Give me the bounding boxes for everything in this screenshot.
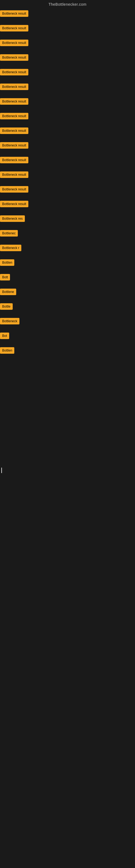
bottleneck-badge: Bottleneck result [0, 25, 28, 31]
bottleneck-badge: Bottleneck result [0, 98, 28, 105]
list-item: Bottleneck result [0, 199, 135, 209]
list-item: Bottleneck result [0, 9, 135, 19]
bottleneck-badge: Bottleneck result [0, 84, 28, 90]
list-item: Bottlen [0, 258, 135, 268]
bottleneck-badge: Bottleneck result [0, 10, 28, 17]
bottleneck-badge: Bottleneck [0, 318, 19, 324]
bottleneck-badge: Bottleneck result [0, 127, 28, 134]
bottleneck-badge: Bottleneck result [0, 201, 28, 207]
bottleneck-badge: Bottlene [0, 289, 16, 295]
bottleneck-badge: Bottleneck result [0, 69, 28, 75]
list-item: Bottleneck result [0, 82, 135, 92]
list-item: Bottle [0, 302, 135, 311]
list-item: Bot [0, 331, 135, 341]
list-item: Bottleneck res [0, 214, 135, 223]
list-item: Bottlenec [0, 228, 135, 238]
bottleneck-badge: Bottlen [0, 259, 14, 266]
bottleneck-badge: Bottleneck result [0, 172, 28, 178]
bottleneck-badge: Bottleneck r [0, 245, 21, 251]
bottleneck-badge: Bottleneck res [0, 215, 25, 222]
list-item: Bottleneck result [0, 155, 135, 165]
list-item: Bottleneck result [0, 23, 135, 33]
list-item: Bottlen [0, 346, 135, 355]
list-item: Bottleneck result [0, 67, 135, 77]
bottleneck-badge: Bottleneck result [0, 157, 28, 163]
bottleneck-badge: Bot [0, 333, 9, 339]
bottleneck-badge: Bottleneck result [0, 186, 28, 193]
bottleneck-badge: Bottleneck result [0, 142, 28, 149]
list-item: Bott [0, 272, 135, 282]
bottleneck-badge: Bottleneck result [0, 54, 28, 61]
bottleneck-badge: Bottleneck result [0, 113, 28, 119]
bottleneck-badge: Bottleneck result [0, 40, 28, 46]
list-item: Bottleneck result [0, 141, 135, 150]
list-item: Bottleneck result [0, 38, 135, 48]
list-item: Bottleneck result [0, 184, 135, 194]
list-item: Bottleneck result [0, 170, 135, 180]
list-item: Bottleneck result [0, 126, 135, 135]
cursor-indicator [1, 468, 2, 473]
list-item: Bottleneck [0, 316, 135, 326]
list-item: Bottleneck result [0, 97, 135, 106]
bottleneck-badge: Bottlen [0, 347, 14, 354]
site-title: TheBottlenecker.com [0, 0, 135, 8]
list-item: Bottleneck r [0, 243, 135, 253]
bottleneck-badge: Bottlenec [0, 230, 18, 237]
bottleneck-badge: Bott [0, 274, 10, 280]
list-item: Bottlene [0, 287, 135, 297]
bottleneck-badge: Bottle [0, 303, 13, 310]
list-item: Bottleneck result [0, 111, 135, 121]
list-item: Bottleneck result [0, 53, 135, 62]
